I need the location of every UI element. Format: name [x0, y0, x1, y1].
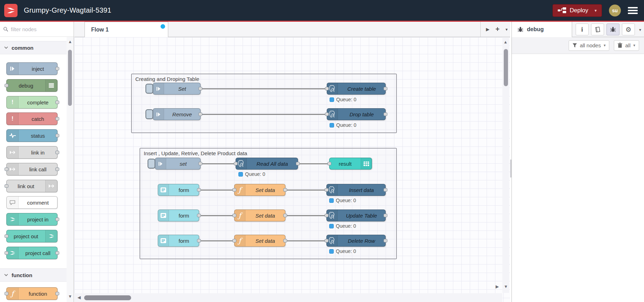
input-port[interactable] — [325, 87, 329, 90]
input-port[interactable] — [5, 167, 8, 171]
tab-flow-1[interactable]: Flow 1 — [84, 22, 168, 37]
input-port[interactable] — [325, 188, 328, 192]
output-port[interactable] — [197, 188, 201, 192]
output-port[interactable] — [283, 214, 287, 217]
input-port[interactable] — [234, 162, 238, 165]
canvas-hscroll-thumb[interactable] — [84, 295, 131, 300]
input-port[interactable] — [5, 184, 8, 188]
output-port[interactable] — [384, 188, 387, 192]
output-port[interactable] — [55, 167, 59, 171]
wire[interactable] — [200, 240, 235, 241]
node-function-set-data-1[interactable]: ƒ Set data — [234, 184, 285, 196]
debug-filter-button[interactable]: all nodes ▾ — [569, 40, 610, 51]
deploy-button[interactable]: Deploy ▾ — [553, 4, 602, 17]
tab-debug[interactable]: debug — [512, 22, 572, 37]
output-port[interactable] — [55, 101, 59, 104]
palette-node-project-in[interactable]: project in — [6, 213, 57, 226]
input-port[interactable] — [5, 84, 8, 87]
config-nodes-button[interactable]: ⚙ — [622, 23, 635, 35]
inject-trigger-button[interactable] — [145, 84, 153, 94]
output-port[interactable] — [384, 239, 387, 242]
palette-scrollbar-thumb[interactable] — [68, 50, 72, 106]
deploy-options-caret-icon[interactable]: ▾ — [595, 8, 597, 13]
input-port[interactable] — [232, 188, 236, 192]
wire[interactable] — [202, 114, 327, 115]
palette-node-project-call[interactable]: project call — [6, 247, 57, 259]
input-port[interactable] — [5, 234, 8, 238]
info-tab-button[interactable]: i — [576, 23, 589, 35]
wire[interactable] — [299, 163, 330, 164]
node-postgres-update-table[interactable]: Update Table — [326, 210, 386, 221]
palette-node-link-in[interactable]: link in — [6, 146, 57, 159]
canvas-vscroll-thumb[interactable] — [504, 49, 508, 86]
palette-node-link-out[interactable]: link out — [6, 180, 57, 192]
wire[interactable] — [202, 88, 327, 89]
canvas-horizontal-scrollbar[interactable]: ◀ — [74, 293, 502, 302]
node-ui-form-1[interactable]: form — [158, 184, 199, 196]
inject-trigger-button[interactable] — [145, 109, 153, 119]
node-ui-form-3[interactable]: form — [158, 235, 199, 247]
output-port[interactable] — [283, 239, 287, 242]
input-port[interactable] — [5, 251, 8, 255]
scroll-up-icon[interactable]: ▲ — [68, 40, 72, 44]
palette-category-common[interactable]: common — [0, 41, 67, 54]
output-port[interactable] — [296, 162, 300, 165]
wire[interactable] — [202, 163, 236, 164]
output-port[interactable] — [55, 218, 59, 221]
wire[interactable] — [286, 215, 327, 216]
sidebar-menu-caret-icon[interactable]: ▾ — [639, 27, 641, 32]
palette-node-inject[interactable]: inject — [6, 62, 57, 75]
wire[interactable] — [286, 240, 327, 241]
node-postgres-insert-data[interactable]: Insert data — [326, 184, 386, 196]
output-port[interactable] — [55, 292, 59, 295]
scroll-down-icon[interactable]: ▼ — [504, 284, 508, 289]
output-port[interactable] — [283, 188, 287, 192]
panel-splitter-handle[interactable] — [510, 159, 511, 178]
tab-list-caret-icon[interactable]: ▾ — [506, 27, 508, 32]
output-port[interactable] — [197, 239, 201, 242]
output-port[interactable] — [55, 67, 59, 70]
input-port[interactable] — [325, 239, 328, 242]
output-port[interactable] — [55, 117, 59, 121]
output-port[interactable] — [55, 151, 59, 154]
palette-scrollbar[interactable]: ▲ ▼ — [67, 37, 74, 302]
debug-messages-panel[interactable] — [512, 54, 644, 302]
debug-tab-button[interactable] — [606, 23, 619, 35]
output-port[interactable] — [384, 214, 387, 217]
input-port[interactable] — [232, 214, 236, 217]
flow-canvas[interactable]: Creating and Droping Table Set Create ta… — [74, 37, 510, 302]
node-postgres-drop-table[interactable]: Drop table — [327, 108, 386, 120]
output-port[interactable] — [198, 87, 202, 90]
input-port[interactable] — [5, 292, 8, 295]
scroll-right-icon[interactable]: ▶ — [496, 284, 499, 289]
node-inject-set2[interactable]: set — [155, 158, 201, 170]
input-port[interactable] — [232, 239, 236, 242]
help-tab-button[interactable] — [591, 23, 604, 35]
input-port[interactable] — [327, 162, 331, 165]
palette-node-function[interactable]: ƒ function — [6, 287, 57, 300]
user-avatar[interactable]: su — [609, 5, 621, 16]
scroll-up-icon[interactable]: ▲ — [503, 40, 508, 44]
main-menu-icon[interactable] — [628, 6, 638, 15]
palette-node-debug[interactable]: debug — [6, 79, 57, 92]
wire[interactable] — [200, 190, 235, 191]
node-ui-form-2[interactable]: form — [158, 210, 199, 221]
node-function-set-data-2[interactable]: ƒ Set data — [234, 210, 285, 221]
palette-node-link-call[interactable]: link call — [6, 163, 57, 176]
palette-node-status[interactable]: status — [6, 129, 57, 142]
palette-node-comment[interactable]: comment — [6, 196, 57, 209]
scroll-down-icon[interactable]: ▼ — [68, 294, 72, 298]
wire[interactable] — [200, 215, 235, 216]
inject-trigger-button[interactable] — [148, 159, 155, 169]
node-inject-set[interactable]: Set — [153, 83, 201, 95]
output-port[interactable] — [197, 214, 201, 217]
output-port[interactable] — [384, 112, 387, 116]
node-inject-remove[interactable]: Remove — [153, 108, 201, 120]
debug-clear-button[interactable]: all ▾ — [614, 40, 639, 51]
tab-scroll-right-icon[interactable]: ▶ — [486, 27, 489, 32]
output-port[interactable] — [55, 251, 59, 255]
scroll-left-icon[interactable]: ◀ — [77, 295, 81, 300]
input-port[interactable] — [325, 214, 328, 217]
output-port[interactable] — [198, 162, 202, 165]
palette-node-catch[interactable]: ! catch — [6, 112, 57, 125]
